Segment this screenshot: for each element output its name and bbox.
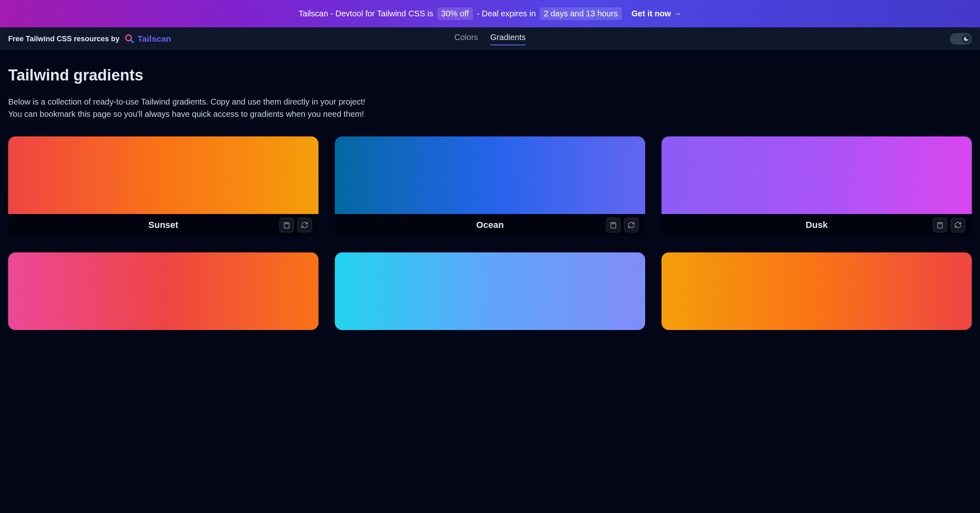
refresh-icon: [954, 221, 962, 229]
gradients-grid: Sunset: [8, 136, 972, 330]
gradient-name: Sunset: [148, 220, 178, 230]
page-title: Tailwind gradients: [8, 67, 972, 84]
fullscreen-button[interactable]: [951, 218, 965, 232]
promo-banner: Tailscan - Devtool for Tailwind CSS is 3…: [0, 0, 980, 27]
gradient-actions: [279, 218, 312, 232]
gradient-footer: Dusk: [662, 214, 972, 236]
main-content: Tailwind gradients Below is a collection…: [0, 50, 980, 338]
gradient-name: Dusk: [806, 220, 828, 230]
banner-middle: - Deal expires in: [477, 9, 536, 18]
brand-logo-link[interactable]: Tailscan: [124, 33, 171, 45]
navbar: Free Tailwind CSS resources by Tailscan …: [0, 27, 980, 50]
tagline: Free Tailwind CSS resources by: [8, 35, 120, 43]
gradient-actions: [606, 218, 639, 232]
clipboard-icon: [610, 221, 617, 229]
copy-button[interactable]: [279, 218, 294, 232]
gradient-preview[interactable]: [8, 136, 318, 214]
clipboard-icon: [936, 221, 944, 229]
tab-colors[interactable]: Colors: [454, 33, 478, 45]
theme-toggle[interactable]: [950, 33, 972, 45]
gradient-name: Ocean: [476, 220, 503, 230]
gradient-card: [8, 252, 318, 330]
banner-prefix: Tailscan - Devtool for Tailwind CSS is: [298, 9, 433, 18]
svg-rect-3: [939, 223, 941, 224]
tailscan-logo-icon: [124, 33, 135, 45]
svg-rect-2: [612, 223, 615, 224]
gradient-actions: [933, 218, 965, 232]
fullscreen-button[interactable]: [624, 218, 639, 232]
banner-cta-link[interactable]: Get it now →: [632, 9, 682, 18]
gradient-card-ocean: Ocean: [335, 136, 645, 236]
nav-tabs: Colors Gradients: [454, 33, 526, 45]
gradient-footer: Sunset: [8, 214, 318, 236]
desc-line-1: Below is a collection of ready-to-use Ta…: [8, 97, 365, 106]
page-description: Below is a collection of ready-to-use Ta…: [8, 96, 972, 120]
discount-badge: 30% off: [437, 7, 473, 20]
brand-name: Tailscan: [138, 34, 171, 44]
gradient-preview[interactable]: [335, 136, 645, 214]
theme-toggle-knob: [962, 34, 971, 43]
gradient-card-dusk: Dusk: [662, 136, 972, 236]
gradient-preview[interactable]: [8, 252, 318, 330]
refresh-icon: [301, 221, 308, 229]
gradient-card: [335, 252, 645, 330]
gradient-card: [662, 252, 972, 330]
copy-button[interactable]: [933, 218, 947, 232]
gradient-preview[interactable]: [662, 252, 972, 330]
clipboard-icon: [283, 221, 290, 229]
desc-line-2: You can bookmark this page so you'll alw…: [8, 109, 364, 118]
svg-rect-1: [285, 223, 288, 224]
gradient-footer: Ocean: [335, 214, 645, 236]
countdown-badge: 2 days and 13 hours: [540, 7, 622, 20]
refresh-icon: [628, 221, 635, 229]
brand-area: Free Tailwind CSS resources by Tailscan: [8, 33, 171, 45]
gradient-preview[interactable]: [662, 136, 972, 214]
gradient-preview[interactable]: [335, 252, 645, 330]
gradient-card-sunset: Sunset: [8, 136, 318, 236]
moon-icon: [963, 36, 969, 42]
tab-gradients[interactable]: Gradients: [490, 33, 526, 45]
fullscreen-button[interactable]: [297, 218, 312, 232]
copy-button[interactable]: [606, 218, 621, 232]
